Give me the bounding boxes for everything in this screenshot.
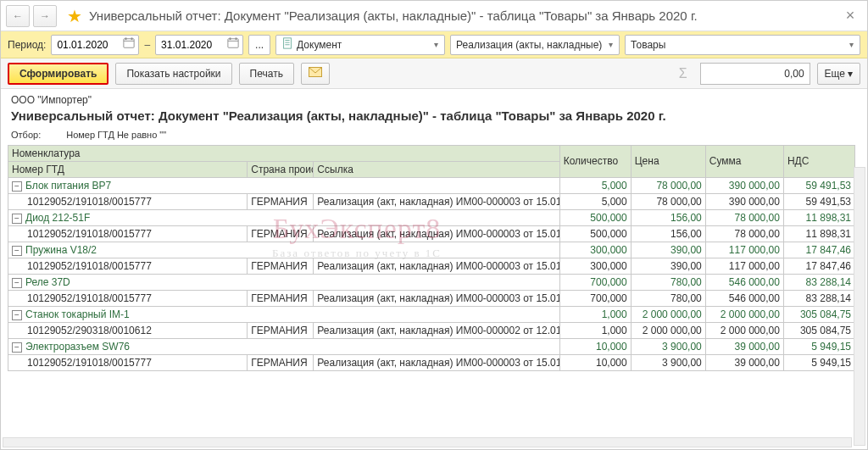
date-from-input[interactable] — [51, 35, 139, 55]
group-row[interactable]: −Пружина V18/2300,000390,00117 000,0017 … — [8, 242, 855, 258]
sigma-icon: Σ — [673, 66, 693, 81]
horizontal-scrollbar[interactable] — [3, 437, 852, 447]
group-row[interactable]: −Электроразъем SW7610,0003 900,0039 000,… — [8, 338, 855, 354]
collapse-icon[interactable]: − — [12, 342, 22, 353]
filter-bar: Период: – ... Документ ▾ Реализация (акт… — [1, 31, 867, 58]
type-combo[interactable]: Документ ▾ — [275, 35, 445, 55]
sum-display[interactable]: 0,00 — [700, 63, 810, 85]
svg-rect-0 — [124, 39, 134, 48]
table-combo-value: Товары — [631, 39, 843, 51]
document-combo[interactable]: Реализация (акты, накладные) ▾ — [450, 35, 620, 55]
print-button[interactable]: Печать — [239, 63, 294, 85]
generate-button[interactable]: Сформировать — [8, 63, 108, 85]
type-combo-value: Документ — [297, 39, 428, 51]
detail-row[interactable]: 10129052/191018/0015777ГЕРМАНИЯРеализаци… — [8, 290, 855, 306]
report-table: Номенклатура Количество Цена Сумма НДС Н… — [8, 145, 855, 371]
group-row[interactable]: −Станок токарный IM-11,0002 000 000,002 … — [8, 306, 855, 322]
date-from-field[interactable] — [55, 38, 120, 52]
col-vat[interactable]: НДС — [783, 145, 854, 177]
collapse-icon[interactable]: − — [12, 310, 22, 320]
collapse-icon[interactable]: − — [12, 278, 22, 288]
close-button[interactable]: × — [838, 7, 862, 25]
detail-row[interactable]: 10129052/191018/0015777ГЕРМАНИЯРеализаци… — [8, 193, 855, 209]
svg-rect-2 — [125, 37, 127, 40]
document-icon — [281, 37, 293, 52]
favorite-star-icon[interactable]: ★ — [67, 6, 82, 26]
collapse-icon[interactable]: − — [12, 246, 22, 256]
envelope-icon — [309, 67, 322, 80]
action-toolbar: Сформировать Показать настройки Печать Σ… — [1, 58, 867, 89]
svg-rect-6 — [230, 37, 231, 40]
collapse-icon[interactable]: − — [12, 214, 22, 224]
group-row[interactable]: −Реле 37D700,000780,00546 000,0083 288,1… — [8, 274, 855, 290]
show-settings-button[interactable]: Показать настройки — [115, 63, 231, 85]
svg-rect-7 — [236, 37, 237, 40]
col-ref[interactable]: Ссылка — [314, 161, 559, 177]
email-button[interactable] — [301, 63, 330, 85]
window-title: Универсальный отчет: Документ "Реализаци… — [89, 8, 835, 23]
report-area: ООО "Импортер" Универсальный отчет: Доку… — [1, 89, 867, 449]
svg-rect-8 — [284, 38, 292, 48]
period-separator: – — [144, 39, 150, 51]
period-picker-button[interactable]: ... — [248, 35, 270, 55]
col-sum[interactable]: Сумма — [705, 145, 783, 177]
org-name: ООО "Импортер" — [11, 94, 857, 106]
chevron-down-icon: ▾ — [606, 40, 615, 49]
detail-row[interactable]: 10129052/191018/0015777ГЕРМАНИЯРеализаци… — [8, 354, 855, 370]
group-row[interactable]: −Диод 212-51F500,000156,0078 000,0011 89… — [8, 209, 855, 225]
detail-row[interactable]: 10129052/290318/0010612ГЕРМАНИЯРеализаци… — [8, 322, 855, 338]
group-row[interactable]: −Блок питания BP75,00078 000,00390 000,0… — [8, 177, 855, 193]
calendar-icon[interactable] — [123, 37, 135, 52]
svg-rect-4 — [228, 39, 238, 48]
more-button[interactable]: Еще ▾ — [817, 63, 860, 85]
report-title: Универсальный отчет: Документ "Реализаци… — [11, 108, 757, 125]
col-nomenclature[interactable]: Номенклатура — [8, 145, 560, 161]
calendar-icon[interactable] — [227, 37, 239, 52]
filter-label: Отбор: — [11, 130, 41, 140]
date-to-field[interactable] — [159, 38, 224, 52]
detail-row[interactable]: 10129052/191018/0015777ГЕРМАНИЯРеализаци… — [8, 258, 855, 274]
col-qty[interactable]: Количество — [559, 145, 631, 177]
titlebar: ← → ★ Универсальный отчет: Документ "Реа… — [1, 1, 867, 31]
nav-forward-button[interactable]: → — [33, 5, 57, 27]
chevron-down-icon: ▾ — [431, 40, 441, 49]
col-country[interactable]: Страна происхождения — [248, 161, 314, 177]
nav-back-button[interactable]: ← — [6, 5, 30, 27]
svg-rect-3 — [131, 37, 133, 40]
chevron-down-icon: ▾ — [848, 68, 853, 80]
col-gtd[interactable]: Номер ГТД — [8, 161, 248, 177]
detail-row[interactable]: 10129052/191018/0015777ГЕРМАНИЯРеализаци… — [8, 225, 855, 242]
vertical-scrollbar[interactable] — [854, 167, 865, 446]
collapse-icon[interactable]: − — [12, 181, 22, 192]
col-price[interactable]: Цена — [631, 145, 705, 177]
table-combo[interactable]: Товары ▾ — [625, 35, 860, 55]
period-label: Период: — [8, 39, 46, 51]
date-to-input[interactable] — [155, 35, 243, 55]
chevron-down-icon: ▾ — [847, 40, 856, 49]
filter-value: Номер ГТД Не равно "" — [66, 130, 166, 140]
document-combo-value: Реализация (акты, накладные) — [456, 39, 603, 51]
